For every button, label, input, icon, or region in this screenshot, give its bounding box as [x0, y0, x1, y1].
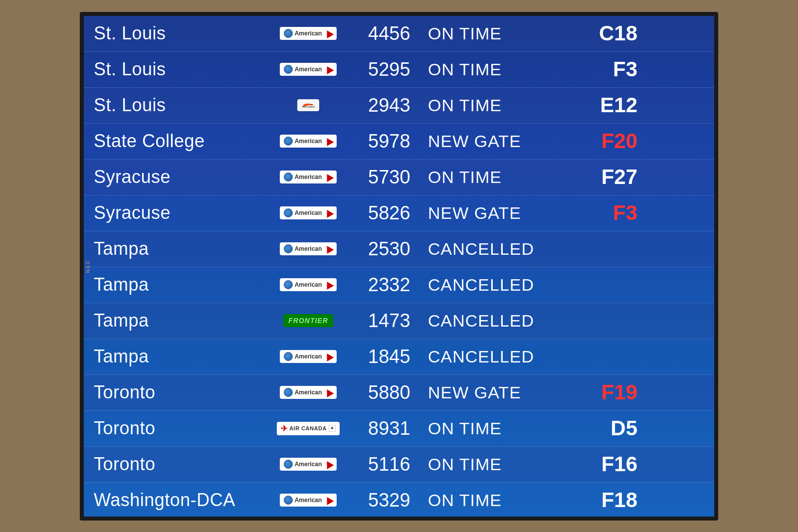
american-airlines-badge: American [280, 494, 337, 507]
flight-number: 5978 [363, 131, 428, 152]
aa-text: American [295, 174, 322, 180]
departures-board: St. Louis American 4456 ON TIME C18 St. … [84, 16, 714, 517]
flight-row: Washington-DCA American 5329 ON TIME F18 [84, 483, 714, 519]
gate-number: F19 [568, 380, 637, 404]
flight-number: 5295 [363, 59, 428, 80]
aa-text: American [295, 30, 322, 37]
flight-status: ON TIME [428, 60, 568, 79]
american-airlines-badge: American [280, 206, 337, 219]
aa-tail-icon [324, 136, 334, 146]
destination-city: Syracuse [94, 202, 253, 223]
flight-number: 8931 [363, 418, 428, 439]
flight-row: St. Louis American 4456 ON TIME C18 [84, 16, 714, 52]
flight-number: 2530 [363, 238, 428, 260]
flight-board: NEC St. Louis American 4456 ON TIME C18 … [80, 12, 718, 521]
air-canada-badge: ✈ AIR CANADA ✦ [277, 422, 340, 435]
american-airlines-badge: American [280, 27, 337, 40]
airline-badge: SOUTHWEST [253, 99, 363, 111]
airline-badge: American [253, 386, 363, 399]
flight-number: 5880 [363, 382, 428, 403]
aa-tail-icon [324, 172, 334, 182]
gate-number: F3 [568, 57, 637, 81]
destination-city: Toronto [94, 382, 253, 403]
airline-badge: FRONTIER [253, 314, 363, 327]
ac-maple-leaf: ✈ [281, 424, 288, 433]
destination-city: St. Louis [94, 23, 253, 44]
destination-city: State College [94, 131, 253, 152]
aa-text: American [295, 138, 322, 145]
sw-plane-icon: SOUTHWEST [301, 101, 315, 109]
flight-row: Syracuse American 5730 ON TIME F27 [84, 160, 714, 195]
airline-badge: American [253, 171, 363, 183]
gate-number: D5 [568, 416, 637, 440]
flight-status: ON TIME [428, 491, 568, 510]
aa-text: American [295, 245, 322, 252]
airline-badge: American [253, 63, 363, 76]
aa-text: American [295, 353, 322, 360]
destination-city: St. Louis [94, 59, 253, 80]
flight-number: 1845 [363, 346, 428, 367]
aa-tail-icon [324, 244, 334, 254]
aa-text: American [295, 281, 322, 288]
flight-row: Toronto American 5116 ON TIME F16 [84, 447, 714, 483]
flight-row: Syracuse American 5826 NEW GATE F3 [84, 195, 714, 231]
destination-city: Tampa [94, 346, 253, 367]
american-airlines-badge: American [280, 242, 337, 255]
flight-status: CANCELLED [428, 275, 568, 295]
ac-text: AIR CANADA [289, 425, 327, 431]
flight-number: 5826 [363, 202, 428, 224]
flight-row: Tampa FRONTIER 1473 CANCELLED [84, 303, 714, 339]
flight-row: State College American 5978 NEW GATE F20 [84, 124, 714, 160]
airline-badge: American [253, 494, 363, 507]
american-airlines-badge: American [280, 386, 337, 399]
aa-text: American [295, 497, 322, 504]
flight-row: Tampa American 1845 CANCELLED [84, 339, 714, 375]
flight-row: St. Louis SOUTHWEST 2943 ON TIME E12 [84, 88, 714, 124]
frontier-airlines-badge: FRONTIER [283, 314, 333, 327]
destination-city: Washington-DCA [94, 490, 253, 511]
aa-tail-icon [324, 387, 334, 397]
airline-badge: American [253, 206, 363, 219]
flight-number: 2332 [363, 274, 428, 296]
flight-status: CANCELLED [428, 347, 568, 366]
destination-city: Tampa [94, 274, 253, 295]
flight-status: ON TIME [428, 168, 568, 187]
flight-status: ON TIME [428, 419, 568, 438]
ac-icon-small: ✦ [329, 425, 336, 432]
aa-tail-icon [324, 208, 334, 218]
aa-text: American [295, 461, 322, 468]
flight-row: Toronto ✈ AIR CANADA ✦ 8931 ON TIME D5 [84, 411, 714, 447]
aa-globe-icon [284, 352, 293, 361]
flight-number: 4456 [363, 23, 428, 44]
aa-globe-icon [284, 280, 293, 289]
gate-number: F3 [568, 201, 637, 225]
flight-number: 1473 [363, 310, 428, 332]
aa-globe-icon [284, 29, 293, 38]
flight-status: NEW GATE [428, 203, 568, 223]
american-airlines-badge: American [280, 171, 337, 183]
airline-badge: American [253, 278, 363, 291]
southwest-airlines-badge: SOUTHWEST [297, 99, 319, 111]
svg-text:SOUTHWEST: SOUTHWEST [302, 106, 315, 108]
destination-city: Toronto [94, 454, 253, 475]
airline-badge: ✈ AIR CANADA ✦ [253, 422, 363, 435]
aa-globe-icon [284, 65, 293, 74]
american-airlines-badge: American [280, 63, 337, 76]
nec-brand-label: NEC [85, 259, 91, 273]
flight-row: Tampa American 2530 CANCELLED [84, 231, 714, 267]
gate-number: E12 [568, 93, 637, 117]
american-airlines-badge: American [280, 350, 337, 363]
flight-status: ON TIME [428, 24, 568, 43]
aa-tail-icon [324, 352, 334, 361]
flight-row: St. Louis American 5295 ON TIME F3 [84, 52, 714, 88]
flight-status: ON TIME [428, 96, 568, 115]
destination-city: St. Louis [94, 95, 253, 116]
flight-status: CANCELLED [428, 239, 568, 259]
gate-number: F18 [568, 488, 637, 512]
airline-badge: American [253, 27, 363, 40]
aa-tail-icon [324, 459, 334, 469]
flight-number: 5329 [363, 490, 428, 511]
aa-globe-icon [284, 496, 293, 505]
aa-text: American [295, 209, 322, 216]
aa-tail-icon [324, 64, 334, 74]
